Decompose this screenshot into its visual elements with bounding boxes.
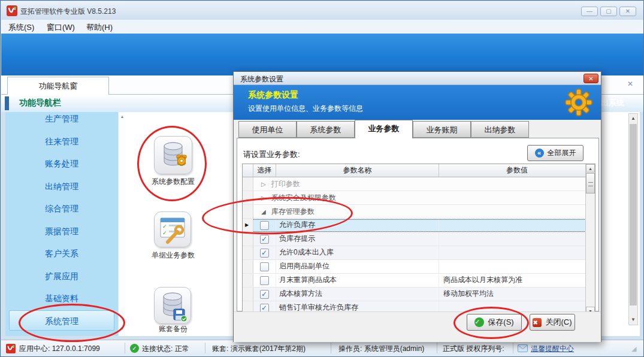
- scroll-down-icon[interactable]: ▼: [629, 315, 637, 325]
- table-header: 选择 参数名称 参数值: [243, 164, 595, 177]
- status-account-set: 账套: 演示账套(2017年第2期): [212, 344, 306, 354]
- param-checkbox[interactable]: [260, 262, 269, 271]
- header-gutter: [243, 164, 253, 177]
- menu-window[interactable]: 窗口(W): [47, 22, 75, 33]
- status-license: 正式版 授权序列号:: [443, 344, 504, 354]
- status-separator: [437, 343, 437, 353]
- param-checkbox[interactable]: [260, 235, 269, 244]
- table-row[interactable]: 成本核算方法 移动加权平均法: [243, 288, 595, 301]
- scroll-up-icon[interactable]: ▲: [119, 114, 125, 119]
- param-checkbox[interactable]: [260, 276, 269, 285]
- tab-close-icon[interactable]: ✕: [627, 80, 633, 88]
- dialog-header-banner: 系统参数设置 设置使用单位信息、业务参数等信息: [234, 85, 601, 120]
- shortcut-backup[interactable]: [154, 287, 191, 324]
- sidebar-item-extension[interactable]: 扩展应用: [9, 267, 114, 285]
- table-row[interactable]: 允许0成本出入库: [243, 246, 595, 260]
- expand-all-button[interactable]: « 全部展开: [527, 145, 583, 161]
- status-separator: [205, 343, 205, 353]
- shortcut-doc-params[interactable]: ✓ ✓: [154, 211, 191, 247]
- row-gutter: [243, 274, 253, 287]
- dialog-title: 系统参数设置: [240, 74, 283, 84]
- tab-business-params[interactable]: 业务参数: [355, 120, 413, 138]
- tab-system-params[interactable]: 系统参数: [297, 121, 355, 138]
- sidebar-item-contacts[interactable]: 往来管理: [9, 132, 114, 150]
- table-row[interactable]: 负库存提示: [243, 232, 595, 246]
- shortcut-label[interactable]: 账套备份: [131, 324, 215, 334]
- menu-system[interactable]: 系统(S): [8, 22, 34, 33]
- param-name: 允许0成本出入库: [276, 246, 439, 259]
- shortcut-label[interactable]: 单据业务参数: [131, 250, 215, 261]
- row-gutter: [243, 260, 253, 273]
- close-button[interactable]: ✕: [619, 7, 636, 16]
- param-value: 商品成本以月末核算为准: [439, 274, 595, 287]
- status-separator: [331, 343, 331, 353]
- param-name: 负库存提示: [276, 232, 439, 246]
- sidebar-item-accounting[interactable]: 账务处理: [9, 155, 114, 173]
- tab-cashier-params[interactable]: 出纳参数: [471, 121, 529, 138]
- svg-text:✓: ✓: [162, 230, 167, 236]
- header-param-name[interactable]: 参数名称: [276, 164, 439, 177]
- expand-all-label: 全部展开: [548, 148, 576, 158]
- dialog-header-subtitle: 设置使用单位信息、业务参数等信息: [248, 104, 363, 114]
- menu-bar: 系统(S) 窗口(W) 帮助(H): [1, 20, 643, 34]
- table-row[interactable]: 启用商品副单位: [243, 260, 595, 274]
- minimize-button[interactable]: —: [581, 7, 598, 16]
- resize-grip[interactable]: ◢: [631, 345, 636, 353]
- expander-icon[interactable]: [261, 178, 266, 190]
- svg-text:✓: ✓: [162, 223, 167, 229]
- params-prompt: 请设置业务参数:: [243, 149, 300, 160]
- sidebar-item-general[interactable]: 综合管理: [9, 199, 114, 217]
- title-bar: 亚拓管理软件专业版 V8.5.213 — ▢ ✕: [1, 1, 643, 20]
- param-value: [439, 260, 595, 273]
- dialog-close-button[interactable]: ✕: [583, 74, 598, 83]
- status-app-center: 应用中心: 127.0.0.1:7099: [19, 344, 100, 354]
- sidebar-item-crm[interactable]: 客户关系: [9, 244, 114, 262]
- header-select[interactable]: 选择: [253, 164, 276, 177]
- form-wrench-icon: ✓ ✓: [155, 212, 191, 247]
- param-checkbox[interactable]: [260, 249, 269, 258]
- param-checkbox[interactable]: [260, 290, 269, 299]
- sidebar-scrollbar[interactable]: ▲ ▼: [118, 112, 125, 336]
- annotation-circle-save: [453, 307, 529, 339]
- table-scrollbar[interactable]: ▲ ▼: [585, 164, 595, 315]
- table-row[interactable]: 月末重算商品成本 商品成本以月末核算为准: [243, 274, 595, 288]
- menu-help[interactable]: 帮助(H): [86, 22, 113, 33]
- param-name: 成本核算方法: [276, 288, 439, 301]
- param-value: [439, 219, 595, 232]
- tab-function-nav[interactable]: 功能导航窗: [7, 77, 109, 95]
- content-scrollbar[interactable]: ▲ ▼: [628, 113, 638, 325]
- table-row-group[interactable]: 打印参数: [243, 177, 595, 191]
- scroll-up-icon[interactable]: ▲: [586, 164, 595, 173]
- row-gutter: [243, 177, 253, 190]
- scroll-thumb[interactable]: [630, 124, 637, 305]
- sidebar-item-production[interactable]: 生产管理: [9, 110, 114, 128]
- dialog-title-bar: 系统参数设置 ✕: [234, 72, 601, 85]
- database-backup-icon: [155, 288, 191, 323]
- mail-icon: [518, 344, 528, 352]
- annotation-circle-system-mgmt: [19, 304, 125, 342]
- nav-sidebar: 生产管理 往来管理 账务处理 出纳管理 综合管理 票据管理 客户关系 扩展应用 …: [5, 112, 118, 336]
- close-dialog-button[interactable]: ✖ 关闭(C): [530, 314, 575, 331]
- sidebar-item-invoice[interactable]: 票据管理: [9, 222, 114, 240]
- app-logo-icon: [6, 344, 16, 353]
- row-gutter: [243, 246, 253, 259]
- group-name: 打印参数: [271, 178, 300, 190]
- status-operator: 操作员: 系统管理员(admin): [338, 344, 424, 354]
- param-name: 月末重算商品成本: [276, 274, 439, 287]
- tab-business-period[interactable]: 业务账期: [413, 121, 471, 138]
- status-ok-icon: ✓: [130, 344, 139, 353]
- params-table: 选择 参数名称 参数值 打印参数 系统安全及权限参数 库存管理参数: [242, 164, 595, 316]
- row-gutter: [243, 288, 253, 301]
- header-accent-bar: [5, 96, 9, 110]
- close-label: 关闭(C): [545, 317, 572, 328]
- status-connection: 连接状态: 正常: [142, 344, 189, 354]
- close-x-icon: ✖: [533, 318, 542, 327]
- maximize-button[interactable]: ▢: [600, 7, 617, 16]
- status-separator: [513, 343, 513, 353]
- scroll-thumb[interactable]: [586, 173, 595, 193]
- status-reminder-center-link[interactable]: 温馨提醒中心: [531, 344, 574, 354]
- header-param-value[interactable]: 参数值: [439, 164, 595, 177]
- scroll-up-icon[interactable]: ▲: [629, 114, 637, 123]
- tab-company-info[interactable]: 使用单位: [238, 121, 297, 138]
- sidebar-item-cashier[interactable]: 出纳管理: [9, 177, 114, 195]
